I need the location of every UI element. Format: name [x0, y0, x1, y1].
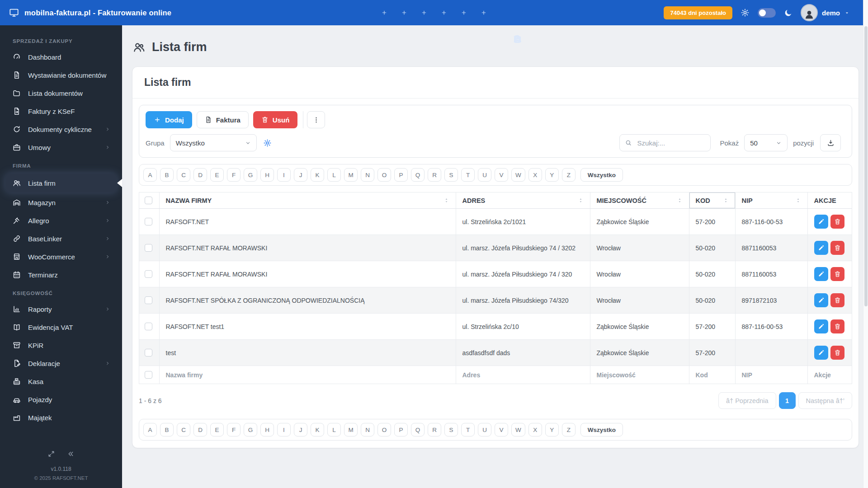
row-checkbox[interactable] — [145, 244, 152, 252]
more-actions-button[interactable] — [307, 111, 325, 128]
delete-button[interactable]: Usuń — [253, 111, 298, 128]
alphabet-letter-button[interactable]: R — [428, 168, 441, 182]
edit-row-button[interactable] — [814, 267, 828, 281]
alphabet-letter-button[interactable]: E — [210, 423, 224, 436]
sidebar-item-kasa[interactable]: Kasa — [0, 372, 122, 390]
row-checkbox[interactable] — [145, 349, 152, 357]
alphabet-letter-button[interactable]: J — [294, 423, 307, 436]
sidebar-item-terminarz[interactable]: Terminarz — [0, 266, 122, 284]
row-checkbox[interactable] — [145, 323, 152, 330]
quick-add-product[interactable] — [441, 9, 447, 16]
quick-add-service[interactable] — [461, 9, 467, 16]
alphabet-letter-button[interactable]: T — [461, 423, 475, 436]
alphabet-all-button[interactable]: Wszystko — [580, 168, 623, 182]
invoice-button[interactable]: Faktura — [197, 111, 249, 128]
theme-toggle[interactable] — [758, 8, 776, 18]
row-checkbox[interactable] — [145, 218, 152, 225]
alphabet-letter-button[interactable]: Q — [411, 423, 425, 436]
delete-row-button[interactable] — [830, 241, 844, 255]
scrollbar[interactable] — [863, 0, 868, 488]
alphabet-letter-button[interactable]: I — [277, 423, 291, 436]
column-header-kod[interactable]: KOD — [689, 192, 735, 209]
alphabet-letter-button[interactable]: L — [327, 423, 341, 436]
edit-row-button[interactable] — [814, 215, 828, 229]
alphabet-letter-button[interactable]: C — [177, 168, 190, 182]
alphabet-letter-button[interactable]: J — [294, 168, 307, 182]
alphabet-letter-button[interactable]: I — [277, 168, 291, 182]
alphabet-letter-button[interactable]: R — [428, 423, 441, 436]
delete-row-button[interactable] — [830, 346, 844, 360]
alphabet-letter-button[interactable]: P — [394, 423, 408, 436]
footer-checkbox[interactable] — [145, 371, 152, 379]
sidebar-item-dokumenty-cykliczne[interactable]: Dokumenty cykliczne — [0, 120, 122, 138]
alphabet-letter-button[interactable]: O — [377, 423, 391, 436]
quick-add-document[interactable] — [381, 9, 387, 16]
alphabet-letter-button[interactable]: Z — [562, 423, 576, 436]
alphabet-letter-button[interactable]: Z — [562, 168, 576, 182]
edit-row-button[interactable] — [814, 293, 828, 307]
page-1-button[interactable]: 1 — [779, 392, 796, 409]
group-settings-gear-icon[interactable] — [263, 139, 272, 147]
alphabet-letter-button[interactable]: Y — [545, 423, 559, 436]
alphabet-letter-button[interactable]: F — [227, 168, 241, 182]
alphabet-letter-button[interactable]: U — [478, 423, 491, 436]
alphabet-letter-button[interactable]: W — [511, 168, 525, 182]
alphabet-letter-button[interactable]: L — [327, 168, 341, 182]
edit-row-button[interactable] — [814, 319, 828, 333]
column-header-akcje[interactable]: AKCJE — [807, 192, 852, 209]
collapse-sidebar-icon[interactable] — [67, 450, 75, 458]
delete-row-button[interactable] — [830, 267, 844, 281]
column-header-nip[interactable]: NIP — [735, 192, 807, 209]
alphabet-letter-button[interactable]: U — [478, 168, 491, 182]
alphabet-letter-button[interactable]: A — [143, 423, 157, 436]
alphabet-letter-button[interactable]: N — [361, 168, 374, 182]
alphabet-letter-button[interactable]: T — [461, 168, 475, 182]
scrollbar-thumb[interactable] — [864, 26, 868, 306]
alphabet-letter-button[interactable]: C — [177, 423, 190, 436]
alphabet-letter-button[interactable]: K — [311, 168, 324, 182]
dark-mode-moon-icon[interactable] — [784, 9, 793, 17]
alphabet-letter-button[interactable]: V — [495, 168, 508, 182]
alphabet-letter-button[interactable]: F — [227, 423, 241, 436]
alphabet-letter-button[interactable]: X — [528, 168, 542, 182]
edit-row-button[interactable] — [814, 346, 828, 360]
sidebar-item-deklaracje[interactable]: Deklaracje — [0, 354, 122, 372]
alphabet-letter-button[interactable]: N — [361, 423, 374, 436]
delete-row-button[interactable] — [830, 319, 844, 333]
settings-gear-icon[interactable] — [741, 8, 750, 17]
alphabet-letter-button[interactable]: Y — [545, 168, 559, 182]
alphabet-letter-button[interactable]: O — [377, 168, 391, 182]
alphabet-letter-button[interactable]: D — [193, 423, 207, 436]
user-menu[interactable]: demo — [801, 4, 850, 21]
quick-add-event[interactable] — [481, 9, 487, 16]
sidebar-item-allegro[interactable]: Allegro — [0, 211, 122, 230]
alphabet-letter-button[interactable]: K — [311, 423, 324, 436]
page-size-select[interactable]: 50 — [744, 134, 788, 151]
group-select[interactable]: Wszystko — [170, 134, 257, 151]
sidebar-item-pojazdy[interactable]: Pojazdy — [0, 390, 122, 408]
sidebar-item-lista-firm[interactable]: Lista firm — [5, 174, 117, 192]
alphabet-letter-button[interactable]: M — [344, 423, 358, 436]
sidebar-item-dashboard[interactable]: Dashboard — [0, 48, 122, 66]
previous-page-button[interactable]: â† Poprzednia — [718, 392, 776, 409]
expand-fullscreen-icon[interactable] — [47, 450, 55, 458]
column-header-adres[interactable]: ADRES — [456, 192, 590, 209]
delete-row-button[interactable] — [830, 293, 844, 307]
delete-row-button[interactable] — [830, 215, 844, 229]
export-download-button[interactable] — [820, 134, 841, 151]
alphabet-letter-button[interactable]: P — [394, 168, 408, 182]
alphabet-letter-button[interactable]: B — [160, 168, 174, 182]
sidebar-item-lista-dokumentow[interactable]: Lista dokumentów — [0, 84, 122, 102]
sidebar-item-woocommerce[interactable]: WooCommerce — [0, 248, 122, 266]
search-input[interactable] — [619, 134, 711, 151]
alphabet-letter-button[interactable]: V — [495, 423, 508, 436]
alphabet-all-button[interactable]: Wszystko — [580, 423, 623, 436]
select-all-checkbox[interactable] — [145, 197, 152, 204]
alphabet-letter-button[interactable]: H — [260, 423, 274, 436]
quick-add-contact[interactable] — [421, 9, 427, 16]
alphabet-letter-button[interactable]: G — [244, 168, 257, 182]
alphabet-letter-button[interactable]: G — [244, 423, 257, 436]
alphabet-letter-button[interactable]: E — [210, 168, 224, 182]
column-header-nazwa-firmy[interactable]: NAZWA FIRMY — [159, 192, 456, 209]
alphabet-letter-button[interactable]: W — [511, 423, 525, 436]
